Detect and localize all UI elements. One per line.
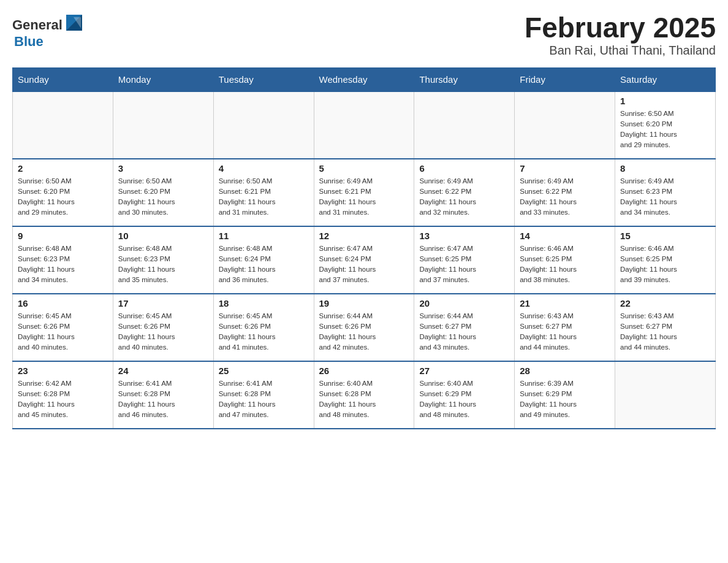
day-number: 24 bbox=[118, 366, 208, 376]
day-info: Sunrise: 6:48 AM Sunset: 6:24 PM Dayligh… bbox=[219, 243, 309, 286]
table-row: 7Sunrise: 6:49 AM Sunset: 6:22 PM Daylig… bbox=[515, 159, 615, 226]
table-row: 4Sunrise: 6:50 AM Sunset: 6:21 PM Daylig… bbox=[213, 159, 314, 226]
table-row: 27Sunrise: 6:40 AM Sunset: 6:29 PM Dayli… bbox=[414, 361, 515, 429]
day-info: Sunrise: 6:39 AM Sunset: 6:29 PM Dayligh… bbox=[520, 378, 610, 421]
day-number: 11 bbox=[219, 231, 309, 241]
calendar-subtitle: Ban Rai, Uthai Thani, Thailand bbox=[525, 44, 716, 58]
day-info: Sunrise: 6:46 AM Sunset: 6:25 PM Dayligh… bbox=[620, 243, 710, 286]
table-row: 26Sunrise: 6:40 AM Sunset: 6:28 PM Dayli… bbox=[314, 361, 414, 429]
logo-svg: General Blue bbox=[12, 12, 92, 52]
day-number: 16 bbox=[18, 298, 108, 308]
header-wednesday: Wednesday bbox=[314, 67, 414, 91]
calendar-title: February 2025 bbox=[525, 12, 716, 44]
table-row: 1Sunrise: 6:50 AM Sunset: 6:20 PM Daylig… bbox=[615, 91, 716, 159]
day-info: Sunrise: 6:43 AM Sunset: 6:27 PM Dayligh… bbox=[620, 311, 710, 353]
day-number: 7 bbox=[520, 163, 610, 174]
day-info: Sunrise: 6:49 AM Sunset: 6:21 PM Dayligh… bbox=[319, 176, 409, 218]
day-number: 5 bbox=[319, 163, 409, 174]
calendar-week-row: 1Sunrise: 6:50 AM Sunset: 6:20 PM Daylig… bbox=[13, 91, 716, 159]
day-info: Sunrise: 6:48 AM Sunset: 6:23 PM Dayligh… bbox=[118, 243, 208, 286]
table-row bbox=[213, 91, 314, 159]
header-saturday: Saturday bbox=[615, 67, 716, 91]
page-header: General Blue February 2025 Ban Rai, Utha… bbox=[12, 12, 716, 58]
table-row: 19Sunrise: 6:44 AM Sunset: 6:26 PM Dayli… bbox=[314, 294, 414, 361]
calendar-week-row: 2Sunrise: 6:50 AM Sunset: 6:20 PM Daylig… bbox=[13, 159, 716, 226]
day-info: Sunrise: 6:49 AM Sunset: 6:22 PM Dayligh… bbox=[419, 176, 509, 218]
title-area: February 2025 Ban Rai, Uthai Thani, Thai… bbox=[525, 12, 716, 58]
day-info: Sunrise: 6:41 AM Sunset: 6:28 PM Dayligh… bbox=[118, 378, 208, 421]
table-row: 5Sunrise: 6:49 AM Sunset: 6:21 PM Daylig… bbox=[314, 159, 414, 226]
table-row: 18Sunrise: 6:45 AM Sunset: 6:26 PM Dayli… bbox=[213, 294, 314, 361]
day-number: 8 bbox=[620, 163, 710, 174]
table-row: 23Sunrise: 6:42 AM Sunset: 6:28 PM Dayli… bbox=[13, 361, 113, 429]
day-info: Sunrise: 6:46 AM Sunset: 6:25 PM Dayligh… bbox=[520, 243, 610, 286]
day-number: 9 bbox=[18, 231, 108, 241]
day-number: 26 bbox=[319, 366, 409, 376]
day-info: Sunrise: 6:50 AM Sunset: 6:21 PM Dayligh… bbox=[219, 176, 309, 218]
day-info: Sunrise: 6:40 AM Sunset: 6:28 PM Dayligh… bbox=[319, 378, 409, 421]
day-info: Sunrise: 6:45 AM Sunset: 6:26 PM Dayligh… bbox=[118, 311, 208, 353]
header-sunday: Sunday bbox=[13, 67, 113, 91]
day-info: Sunrise: 6:45 AM Sunset: 6:26 PM Dayligh… bbox=[18, 311, 108, 353]
calendar-week-row: 16Sunrise: 6:45 AM Sunset: 6:26 PM Dayli… bbox=[13, 294, 716, 361]
day-info: Sunrise: 6:42 AM Sunset: 6:28 PM Dayligh… bbox=[18, 378, 108, 421]
day-info: Sunrise: 6:45 AM Sunset: 6:26 PM Dayligh… bbox=[219, 311, 309, 353]
table-row: 11Sunrise: 6:48 AM Sunset: 6:24 PM Dayli… bbox=[213, 226, 314, 294]
svg-text:Blue: Blue bbox=[14, 34, 44, 49]
calendar-week-row: 9Sunrise: 6:48 AM Sunset: 6:23 PM Daylig… bbox=[13, 226, 716, 294]
day-number: 10 bbox=[118, 231, 208, 241]
day-info: Sunrise: 6:41 AM Sunset: 6:28 PM Dayligh… bbox=[219, 378, 309, 421]
table-row bbox=[13, 91, 113, 159]
table-row: 6Sunrise: 6:49 AM Sunset: 6:22 PM Daylig… bbox=[414, 159, 515, 226]
day-number: 2 bbox=[18, 163, 108, 174]
header-thursday: Thursday bbox=[414, 67, 515, 91]
day-number: 27 bbox=[419, 366, 509, 376]
day-number: 6 bbox=[419, 163, 509, 174]
header-tuesday: Tuesday bbox=[213, 67, 314, 91]
day-number: 15 bbox=[620, 231, 710, 241]
table-row: 13Sunrise: 6:47 AM Sunset: 6:25 PM Dayli… bbox=[414, 226, 515, 294]
table-row bbox=[414, 91, 515, 159]
day-number: 21 bbox=[520, 298, 610, 308]
day-number: 13 bbox=[419, 231, 509, 241]
header-monday: Monday bbox=[113, 67, 213, 91]
day-number: 18 bbox=[219, 298, 309, 308]
header-friday: Friday bbox=[515, 67, 615, 91]
day-number: 17 bbox=[118, 298, 208, 308]
day-info: Sunrise: 6:49 AM Sunset: 6:22 PM Dayligh… bbox=[520, 176, 610, 218]
table-row: 9Sunrise: 6:48 AM Sunset: 6:23 PM Daylig… bbox=[13, 226, 113, 294]
day-info: Sunrise: 6:47 AM Sunset: 6:24 PM Dayligh… bbox=[319, 243, 409, 286]
day-info: Sunrise: 6:47 AM Sunset: 6:25 PM Dayligh… bbox=[419, 243, 509, 286]
day-number: 20 bbox=[419, 298, 509, 308]
day-info: Sunrise: 6:40 AM Sunset: 6:29 PM Dayligh… bbox=[419, 378, 509, 421]
day-info: Sunrise: 6:50 AM Sunset: 6:20 PM Dayligh… bbox=[620, 109, 710, 151]
day-number: 14 bbox=[520, 231, 610, 241]
table-row: 21Sunrise: 6:43 AM Sunset: 6:27 PM Dayli… bbox=[515, 294, 615, 361]
table-row: 10Sunrise: 6:48 AM Sunset: 6:23 PM Dayli… bbox=[113, 226, 213, 294]
table-row bbox=[314, 91, 414, 159]
table-row: 20Sunrise: 6:44 AM Sunset: 6:27 PM Dayli… bbox=[414, 294, 515, 361]
day-info: Sunrise: 6:48 AM Sunset: 6:23 PM Dayligh… bbox=[18, 243, 108, 286]
day-number: 25 bbox=[219, 366, 309, 376]
day-number: 3 bbox=[118, 163, 208, 174]
table-row: 3Sunrise: 6:50 AM Sunset: 6:20 PM Daylig… bbox=[113, 159, 213, 226]
table-row: 17Sunrise: 6:45 AM Sunset: 6:26 PM Dayli… bbox=[113, 294, 213, 361]
day-info: Sunrise: 6:43 AM Sunset: 6:27 PM Dayligh… bbox=[520, 311, 610, 353]
table-row: 2Sunrise: 6:50 AM Sunset: 6:20 PM Daylig… bbox=[13, 159, 113, 226]
day-number: 23 bbox=[18, 366, 108, 376]
table-row: 15Sunrise: 6:46 AM Sunset: 6:25 PM Dayli… bbox=[615, 226, 716, 294]
logo-text: General Blue bbox=[12, 12, 92, 52]
table-row: 8Sunrise: 6:49 AM Sunset: 6:23 PM Daylig… bbox=[615, 159, 716, 226]
table-row: 25Sunrise: 6:41 AM Sunset: 6:28 PM Dayli… bbox=[213, 361, 314, 429]
table-row bbox=[515, 91, 615, 159]
table-row: 14Sunrise: 6:46 AM Sunset: 6:25 PM Dayli… bbox=[515, 226, 615, 294]
table-row bbox=[615, 361, 716, 429]
logo: General Blue bbox=[12, 12, 92, 52]
day-info: Sunrise: 6:49 AM Sunset: 6:23 PM Dayligh… bbox=[620, 176, 710, 218]
calendar-table: Sunday Monday Tuesday Wednesday Thursday… bbox=[12, 67, 716, 429]
table-row: 22Sunrise: 6:43 AM Sunset: 6:27 PM Dayli… bbox=[615, 294, 716, 361]
day-info: Sunrise: 6:50 AM Sunset: 6:20 PM Dayligh… bbox=[118, 176, 208, 218]
calendar-header-row: Sunday Monday Tuesday Wednesday Thursday… bbox=[13, 67, 716, 91]
day-info: Sunrise: 6:50 AM Sunset: 6:20 PM Dayligh… bbox=[18, 176, 108, 218]
table-row: 16Sunrise: 6:45 AM Sunset: 6:26 PM Dayli… bbox=[13, 294, 113, 361]
